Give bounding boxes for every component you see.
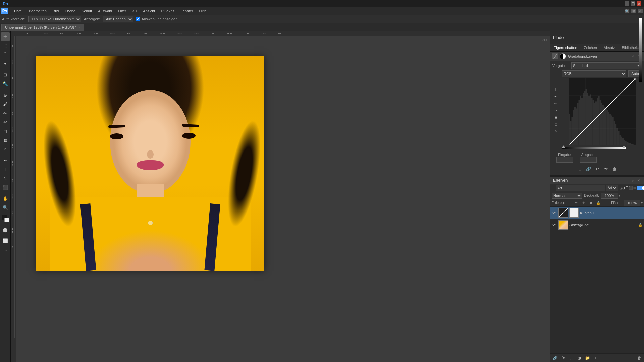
anzeigen-select[interactable]: Alle Ebenen: [103, 16, 133, 22]
screen-mode-tool[interactable]: ⬜: [1, 236, 10, 245]
curves-sample-tool[interactable]: ⚠: [552, 128, 559, 135]
restore-button[interactable]: ❐: [631, 1, 635, 6]
zoom-tool[interactable]: 🔍: [1, 203, 10, 212]
auswahlung-checkbox[interactable]: [136, 17, 140, 21]
new-layer-btn[interactable]: +: [592, 355, 599, 361]
magic-wand-tool[interactable]: ✦: [1, 59, 10, 68]
ps-home-icon[interactable]: Ps: [1, 8, 8, 14]
curves-point-tool[interactable]: ✒: [552, 93, 559, 100]
add-adjustment-btn[interactable]: ◑: [576, 355, 583, 361]
prop-icon-1[interactable]: ⊡: [577, 166, 583, 172]
add-mask-btn[interactable]: ⬚: [568, 355, 575, 361]
menu-filter[interactable]: Filter: [115, 8, 129, 14]
tab-close-button[interactable]: ×: [78, 25, 80, 29]
flache-input[interactable]: [624, 200, 640, 206]
search-icon-top[interactable]: 🔍: [625, 9, 629, 13]
eingabe-input[interactable]: [556, 157, 573, 163]
workspace-icon[interactable]: ⊞: [631, 9, 636, 13]
color-boxes[interactable]: [2, 215, 9, 222]
curves-graph[interactable]: [569, 78, 636, 145]
filter-toggle-btn[interactable]: [637, 186, 644, 190]
gradient-tool[interactable]: ▦: [1, 136, 10, 144]
menu-3d[interactable]: 3D: [129, 8, 140, 14]
filter-text-btn[interactable]: T: [626, 185, 628, 191]
blend-mode-select[interactable]: Normal: [552, 193, 582, 199]
lock-artboard-btn[interactable]: ⊠: [588, 200, 594, 206]
gk-expand-btn[interactable]: ⤢: [631, 54, 636, 59]
text-tool[interactable]: T: [1, 165, 10, 174]
crop-tool[interactable]: ⊡: [1, 70, 10, 79]
eyedropper-tool[interactable]: 🔦: [1, 79, 10, 88]
layers-kind-select[interactable]: Art: [606, 185, 618, 191]
filter-shape-btn[interactable]: ⬛: [629, 185, 633, 191]
new-group-btn[interactable]: 📁: [584, 355, 591, 361]
menu-bild[interactable]: Bild: [50, 8, 61, 14]
eye-kurven1[interactable]: 👁: [552, 210, 557, 216]
history-brush-tool[interactable]: ↩: [1, 118, 10, 126]
aufnbereich-select[interactable]: 11 x 11 Pixel Durchschnitt: [28, 16, 81, 22]
eraser-tool[interactable]: ◻: [1, 127, 10, 135]
tab-eigenschaften[interactable]: Eigenschaften: [550, 45, 581, 51]
selection-tool[interactable]: ⬚: [1, 41, 10, 50]
filter-smartobj-btn[interactable]: ⊞: [633, 185, 636, 191]
ausgabe-input[interactable]: [580, 157, 597, 163]
lock-transparent-btn[interactable]: ⊡: [566, 200, 572, 206]
channel-select[interactable]: RGB: [562, 70, 626, 77]
layer-row-hintergrund[interactable]: 👁 Hintergrund 🔒: [550, 219, 644, 231]
hand-tool[interactable]: ✋: [1, 194, 10, 203]
layers-expand-btn[interactable]: ⤢: [630, 178, 635, 183]
more-tools[interactable]: ···: [1, 245, 10, 254]
healing-tool[interactable]: ⊕: [1, 90, 10, 99]
clone-stamp-tool[interactable]: ✁: [1, 109, 10, 117]
menu-hilfe[interactable]: Hilfe: [196, 8, 209, 14]
tab-zeichen[interactable]: Zeichen: [581, 45, 600, 51]
curves-smooth-tool[interactable]: 〜: [552, 107, 559, 114]
layers-close-btn[interactable]: ✕: [636, 178, 641, 183]
menu-plugins[interactable]: Plug-ins: [158, 8, 177, 14]
menu-fenster[interactable]: Fenster: [178, 8, 196, 14]
layer-row-kurven1[interactable]: 👁 Kurven 1: [550, 207, 644, 219]
lock-all-btn[interactable]: 🔒: [595, 200, 601, 206]
white-point-slider[interactable]: [622, 145, 626, 148]
close-button[interactable]: ✕: [637, 1, 641, 6]
prop-icon-4[interactable]: 👁: [603, 166, 609, 172]
move-tool[interactable]: ✛: [1, 32, 10, 41]
menu-bearbeiten[interactable]: Bearbeiten: [26, 8, 49, 14]
eye-hintergrund[interactable]: 👁: [552, 222, 557, 228]
menu-datei[interactable]: Datei: [11, 8, 25, 14]
prop-icon-2[interactable]: 🔗: [585, 166, 592, 172]
curves-pencil-tool[interactable]: ✏: [552, 100, 559, 107]
path-select-tool[interactable]: ↖: [1, 174, 10, 183]
add-style-btn[interactable]: fx: [560, 355, 567, 361]
minimize-button[interactable]: —: [625, 1, 629, 6]
opacity-input[interactable]: [601, 193, 618, 199]
shape-tool[interactable]: ⬛: [1, 183, 10, 192]
black-point-slider[interactable]: [562, 145, 565, 148]
menu-ansicht[interactable]: Ansicht: [140, 8, 158, 14]
filter-pixel-btn[interactable]: ⬚: [619, 185, 622, 191]
tab-absatz[interactable]: Absatz: [600, 45, 619, 51]
lasso-tool[interactable]: ⌒: [1, 50, 10, 59]
background-color[interactable]: [4, 218, 9, 222]
dodge-tool[interactable]: ○: [1, 145, 10, 154]
vorgabe-select[interactable]: Standard: [571, 62, 642, 69]
prop-icon-5[interactable]: 🗑: [611, 166, 618, 172]
curves-hand-tool[interactable]: ✛: [552, 86, 559, 93]
prop-icon-3[interactable]: ↩: [594, 166, 601, 172]
layers-search-input[interactable]: [556, 185, 605, 191]
pen-tool[interactable]: ✒: [1, 156, 10, 165]
menu-ebene[interactable]: Ebene: [62, 8, 78, 14]
brush-tool[interactable]: 🖌: [1, 100, 10, 108]
lock-image-btn[interactable]: ✏: [573, 200, 579, 206]
menu-schrift[interactable]: Schrift: [79, 8, 95, 14]
menu-auswahl[interactable]: Auswahl: [95, 8, 115, 14]
lock-position-btn[interactable]: ✛: [581, 200, 587, 206]
delete-layer-btn[interactable]: 🗑: [636, 355, 643, 361]
quickmask-tool[interactable]: ⬤: [1, 225, 10, 234]
curves-black-point[interactable]: ◼: [552, 114, 559, 121]
curves-white-point[interactable]: ◻: [552, 121, 559, 128]
expand-icon[interactable]: ⤢: [638, 9, 643, 13]
link-layers-btn[interactable]: 🔗: [552, 355, 558, 361]
active-tab[interactable]: Unbenannt-1 bei 123% (Kurven 1, RGB/8) *…: [1, 24, 84, 31]
filter-adjustment-btn[interactable]: ◑: [622, 185, 625, 191]
